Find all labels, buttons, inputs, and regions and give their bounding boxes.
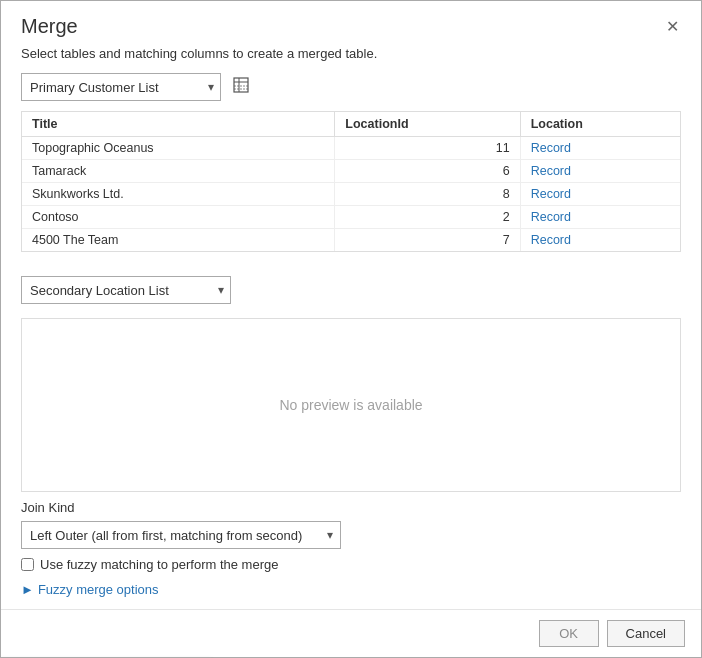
merge-dialog: Merge ✕ Select tables and matching colum… (0, 0, 702, 658)
cell-location[interactable]: Record (520, 229, 680, 252)
cell-title: Contoso (22, 206, 335, 229)
cell-locationid: 8 (335, 183, 520, 206)
secondary-select-wrapper: Primary Customer List Secondary Location… (21, 276, 231, 304)
ok-button[interactable]: OK (539, 620, 599, 647)
cell-location[interactable]: Record (520, 160, 680, 183)
expand-arrow-icon: ► (21, 582, 34, 597)
table-row: Contoso2Record (22, 206, 680, 229)
col-location: Location (520, 112, 680, 137)
cell-title: Topographic Oceanus (22, 137, 335, 160)
primary-section-row: Primary Customer List Secondary Location… (21, 73, 681, 101)
cell-locationid: 6 (335, 160, 520, 183)
dialog-body: Select tables and matching columns to cr… (1, 42, 701, 609)
fuzzy-expand-button[interactable]: ► Fuzzy merge options (21, 582, 681, 597)
primary-data-table: Title LocationId Location Topographic Oc… (22, 112, 680, 251)
cell-location[interactable]: Record (520, 137, 680, 160)
preview-box: No preview is available (21, 318, 681, 492)
cell-location[interactable]: Record (520, 206, 680, 229)
cell-locationid: 11 (335, 137, 520, 160)
dialog-header: Merge ✕ (1, 1, 701, 42)
join-kind-section: Join Kind Left Outer (all from first, ma… (21, 500, 681, 549)
primary-select-wrapper: Primary Customer List Secondary Location… (21, 73, 221, 101)
cell-title: Tamarack (22, 160, 335, 183)
svg-rect-0 (234, 78, 248, 92)
close-button[interactable]: ✕ (660, 17, 685, 37)
no-preview-text: No preview is available (279, 397, 422, 413)
table-row: 4500 The Team7Record (22, 229, 680, 252)
table-row: Skunkworks Ltd.8Record (22, 183, 680, 206)
secondary-section-row: Primary Customer List Secondary Location… (21, 276, 681, 304)
fuzzy-section: ► Fuzzy merge options (21, 582, 681, 597)
cancel-button[interactable]: Cancel (607, 620, 685, 647)
join-kind-dropdown[interactable]: Left Outer (all from first, matching fro… (21, 521, 341, 549)
table-icon (233, 77, 249, 93)
cell-title: Skunkworks Ltd. (22, 183, 335, 206)
dialog-footer: OK Cancel (1, 609, 701, 657)
fuzzy-expand-label: Fuzzy merge options (38, 582, 159, 597)
join-kind-label: Join Kind (21, 500, 681, 515)
join-select-wrapper: Left Outer (all from first, matching fro… (21, 521, 341, 549)
dialog-title: Merge (21, 15, 78, 38)
primary-table-section: Title LocationId Location Topographic Oc… (21, 111, 681, 252)
cell-location[interactable]: Record (520, 183, 680, 206)
cell-locationid: 2 (335, 206, 520, 229)
cell-locationid: 7 (335, 229, 520, 252)
fuzzy-checkbox-label[interactable]: Use fuzzy matching to perform the merge (40, 557, 278, 572)
subtitle-text: Select tables and matching columns to cr… (21, 46, 681, 61)
fuzzy-checkbox-row: Use fuzzy matching to perform the merge (21, 557, 681, 572)
secondary-table-dropdown[interactable]: Primary Customer List Secondary Location… (21, 276, 231, 304)
col-locationid: LocationId (335, 112, 520, 137)
table-icon-button[interactable] (229, 73, 253, 100)
table-row: Topographic Oceanus11Record (22, 137, 680, 160)
fuzzy-checkbox[interactable] (21, 558, 34, 571)
col-title: Title (22, 112, 335, 137)
preview-area (241, 276, 681, 304)
table-row: Tamarack6Record (22, 160, 680, 183)
primary-table-dropdown[interactable]: Primary Customer List Secondary Location… (21, 73, 221, 101)
cell-title: 4500 The Team (22, 229, 335, 252)
